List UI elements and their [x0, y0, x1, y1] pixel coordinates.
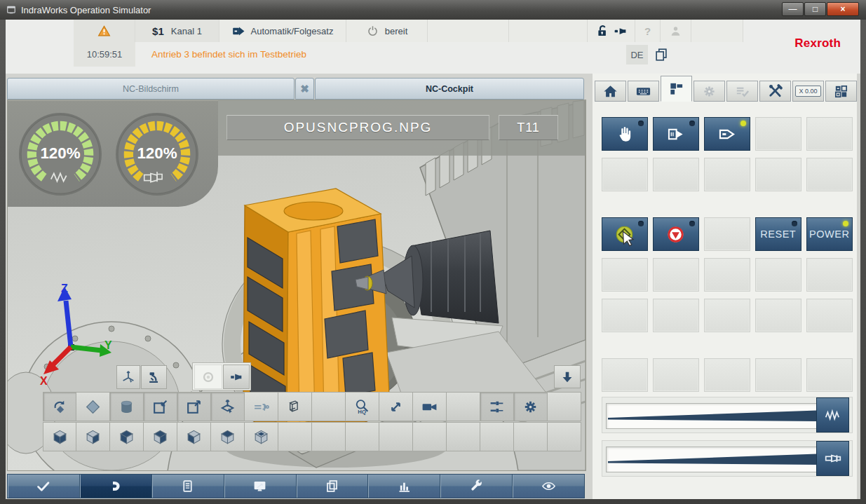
- cycle-start-button[interactable]: [602, 217, 648, 251]
- maximize-button[interactable]: □: [804, 2, 826, 16]
- minimize-button[interactable]: —: [782, 2, 804, 16]
- cylinder-icon: [118, 398, 135, 416]
- empty-cell: [312, 392, 346, 421]
- mdi-button[interactable]: [653, 117, 699, 151]
- warning-segment[interactable]: [74, 20, 135, 42]
- channel-prefix: $1: [152, 25, 164, 37]
- power-state-icon: [366, 25, 379, 38]
- spindle-override-slider-track[interactable]: [606, 447, 819, 472]
- shaded-view-button[interactable]: [76, 392, 110, 421]
- tab-nc-cockpit[interactable]: NC-Cockpit: [315, 78, 584, 100]
- copy-icon[interactable]: [654, 47, 669, 62]
- nav-program-button[interactable]: [152, 475, 224, 498]
- spindle-icon: [824, 449, 842, 468]
- rp-position-button[interactable]: X 0.00: [792, 81, 824, 102]
- nav-screen-button[interactable]: [224, 475, 297, 498]
- feed-override-gauge: 120%: [18, 111, 103, 197]
- feed-override-slider-wedge: [608, 405, 817, 427]
- plug-config-button[interactable]: [480, 392, 514, 421]
- rp-tools-button[interactable]: [759, 81, 791, 102]
- rp-calc-button[interactable]: [825, 81, 857, 102]
- empty-key: [806, 158, 853, 191]
- key-group: RESETPOWER: [602, 217, 853, 332]
- export-view-button[interactable]: [177, 392, 211, 421]
- cube-view-2-button[interactable]: [76, 422, 110, 451]
- cylinder-view-button[interactable]: [110, 392, 144, 421]
- settings-button[interactable]: [514, 392, 548, 421]
- rp-blocks-button[interactable]: [661, 76, 692, 102]
- camera-button[interactable]: [413, 392, 447, 421]
- eye-icon: [541, 479, 556, 493]
- tab-nc-bildschirm[interactable]: NC-Bildschirm: [7, 78, 295, 100]
- rotate-view-icon: [51, 398, 69, 416]
- tab-bar: NC-Bildschirm ✖ NC-Cockpit: [7, 78, 585, 100]
- jog-button[interactable]: [602, 117, 648, 151]
- cube-view-6-button[interactable]: [211, 422, 245, 451]
- fit-view-icon: [387, 398, 405, 416]
- empty-key: [806, 117, 853, 151]
- shaded-cube-icon: [84, 398, 102, 416]
- svg-text:120%: 120%: [40, 144, 80, 162]
- auto-mode-icon: [232, 25, 245, 38]
- cube-view-5-icon: [185, 428, 203, 446]
- nav-resume-button[interactable]: [80, 475, 152, 498]
- key-row: [602, 358, 853, 392]
- axes-toggle-button[interactable]: [116, 365, 140, 389]
- power-button[interactable]: POWER: [806, 217, 853, 251]
- feed-override-slider-track[interactable]: [606, 403, 819, 429]
- nav-chart-button[interactable]: [368, 475, 440, 498]
- empty-cell: [413, 422, 447, 451]
- cube-view-3-button[interactable]: [110, 422, 144, 451]
- copy2-icon: [325, 479, 339, 493]
- calc-icon: [833, 83, 849, 100]
- wireframe-cube-icon: [286, 398, 304, 416]
- tab-close-icon[interactable]: ✖: [295, 78, 314, 100]
- feed-override-slider-button[interactable]: [816, 397, 849, 433]
- ambient-view-button[interactable]: [194, 365, 222, 389]
- person-icon: [669, 25, 682, 38]
- nav-check-button[interactable]: [8, 475, 80, 498]
- window-titlebar[interactable]: IndraWorks Operation Simulator — □ ×: [0, 0, 866, 20]
- cube-view-5-button[interactable]: [177, 422, 211, 451]
- rotate-view-button[interactable]: [43, 392, 76, 421]
- machine-view-button[interactable]: [141, 365, 167, 389]
- rp-home-button[interactable]: [595, 81, 626, 102]
- cube-view-1-button[interactable]: [43, 422, 76, 451]
- nav-copy-button[interactable]: [297, 475, 369, 498]
- led-indicator: [638, 121, 644, 126]
- nav-tools-button[interactable]: [440, 475, 513, 498]
- rp-keyboard-button[interactable]: [628, 81, 659, 102]
- key-group: [602, 358, 853, 392]
- navigate-view-button[interactable]: [211, 392, 245, 421]
- feed-override-slider: [602, 397, 853, 433]
- fit-view-button[interactable]: [379, 392, 413, 421]
- cube-view-4-button[interactable]: [144, 422, 177, 451]
- import-view-button[interactable]: [144, 392, 177, 421]
- svg-text:120%: 120%: [137, 144, 177, 162]
- close-button[interactable]: ×: [827, 2, 859, 16]
- reset-button[interactable]: RESET: [755, 217, 801, 251]
- zoom-hq-button[interactable]: HQ: [346, 392, 379, 421]
- collapse-panel-button[interactable]: [554, 365, 581, 388]
- auto-button[interactable]: [704, 117, 750, 151]
- wireframe-view-button[interactable]: [278, 392, 312, 421]
- language-button[interactable]: DE: [626, 45, 648, 64]
- empty-key: [755, 117, 801, 151]
- nav-view-button[interactable]: [513, 475, 584, 498]
- user-button[interactable]: [661, 20, 691, 42]
- spindle-override-gauge: 120%: [114, 111, 200, 197]
- rp-settings-button[interactable]: [694, 81, 725, 102]
- machine-3d-viewport[interactable]: 120% 120% OPUSNCPROG.NPG T: [7, 100, 586, 471]
- clamp-view-button[interactable]: [245, 392, 278, 421]
- camera-select-button[interactable]: [223, 365, 250, 389]
- axis-triad: Z Y X: [34, 280, 113, 385]
- lock-segment[interactable]: [588, 20, 635, 42]
- help-button[interactable]: ?: [635, 20, 661, 42]
- cycle-stop-icon: [666, 225, 685, 244]
- spindle-override-slider-button[interactable]: [816, 441, 849, 476]
- app-icon: [6, 5, 17, 15]
- rp-checklist-button[interactable]: [726, 81, 758, 102]
- cycle-stop-button[interactable]: [653, 217, 699, 251]
- cube-view-7-button[interactable]: [245, 422, 278, 451]
- svg-text:HQ: HQ: [358, 409, 366, 415]
